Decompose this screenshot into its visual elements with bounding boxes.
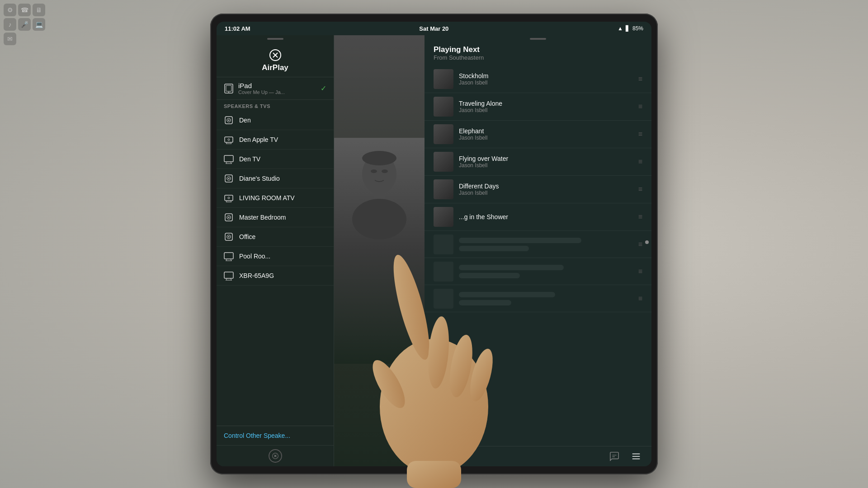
blank-thumb-3 [434, 289, 453, 309]
drag-bar [267, 38, 283, 40]
device-item-master-bedroom[interactable]: Master Bedroom [217, 208, 334, 227]
battery-percent: 85% [632, 25, 643, 32]
svg-point-42 [382, 169, 388, 173]
reorder-icon-different[interactable]: ≡ [638, 185, 642, 193]
reorder-icon-blank-3[interactable]: ≡ [638, 295, 642, 303]
dock-icon-7: ✉ [4, 33, 16, 45]
track-thumb-elephant [434, 124, 453, 144]
device-name-xbr: XBR-65A9G [239, 272, 274, 279]
dock-icons: ⚙ ☎ 🖥 ♪ 🎤 💻 ✉ [4, 4, 45, 45]
track-thumb-stockholm [434, 69, 453, 89]
device-item-pool-room[interactable]: Pool Roo... [217, 247, 334, 266]
speakers-section-label: SPEAKERS & TVS [217, 100, 334, 111]
device-name-den: Den [239, 117, 251, 124]
battery-icon: ▋ [626, 25, 630, 32]
blank-artist-3 [459, 300, 511, 305]
right-panel: Playing Next From Southeastern Stockholm… [425, 35, 651, 466]
airplay-close-button[interactable] [217, 445, 334, 466]
device-name-office: Office [239, 233, 255, 240]
tv-icon-xbr [224, 271, 234, 281]
playing-next-header: Playing Next From Southeastern [425, 42, 651, 66]
track-item-blank-2: ≡ [425, 258, 651, 285]
device-item-xbr[interactable]: XBR-65A9G [217, 266, 334, 286]
album-art-panel [334, 35, 425, 466]
track-name-flying: Flying over Water [459, 155, 634, 162]
blank-title-3 [459, 292, 555, 297]
current-device-subtitle: Cover Me Up — Ja... [238, 89, 318, 95]
svg-point-25 [228, 236, 230, 238]
dock-icon-3: 🖥 [33, 4, 45, 16]
track-name-shower: ...g in the Shower [459, 213, 634, 221]
svg-point-41 [371, 169, 377, 173]
status-time: 11:02 AM [225, 25, 250, 32]
control-other-section[interactable]: Control Other Speake... [217, 426, 334, 445]
playing-next-subtitle: From Southeastern [434, 54, 642, 61]
track-art-stockholm [434, 69, 453, 89]
queue-button[interactable] [630, 450, 642, 463]
device-item-den[interactable]: Den [217, 111, 334, 130]
track-artist-stockholm: Jason Isbell [459, 80, 634, 86]
scroll-indicator [645, 240, 649, 244]
airplay-panel: AirPlay iPad Cover Me Up — Ja... [217, 35, 334, 466]
track-art-different [434, 179, 453, 199]
device-name-den-tv: Den TV [239, 155, 260, 163]
track-art-flying [434, 152, 453, 172]
track-item-stockholm[interactable]: Stockholm Jason Isbell ≡ [425, 66, 651, 93]
svg-point-19 [228, 197, 230, 199]
track-artist-different: Jason Isbell [459, 190, 634, 196]
track-thumb-shower [434, 207, 453, 227]
reorder-icon-traveling[interactable]: ≡ [638, 103, 642, 111]
reorder-icon-shower[interactable]: ≡ [638, 213, 642, 221]
track-name-stockholm: Stockholm [459, 72, 634, 80]
playing-next-title: Playing Next [434, 45, 642, 54]
appletv-icon-den [224, 135, 234, 145]
track-thumb-flying [434, 152, 453, 172]
svg-point-43 [362, 151, 396, 165]
ipad-device-icon [224, 84, 234, 94]
close-icon[interactable] [269, 449, 282, 463]
device-item-living-room[interactable]: LIVING ROOM ATV [217, 188, 334, 208]
device-item-den-appletv[interactable]: Den Apple TV [217, 130, 334, 150]
reorder-icon-flying[interactable]: ≡ [638, 158, 642, 166]
device-item-office[interactable]: Office [217, 227, 334, 247]
device-name-master-bedroom: Master Bedroom [239, 214, 286, 221]
blank-info-2 [459, 265, 634, 278]
reorder-icon-stockholm[interactable]: ≡ [638, 75, 642, 83]
speaker-icon-office [224, 232, 234, 242]
airplay-title: AirPlay [262, 63, 288, 72]
track-thumb-different [434, 179, 453, 199]
drag-indicator [530, 38, 546, 40]
track-item-blank-3: ≡ [425, 285, 651, 312]
bottom-toolbar [425, 446, 651, 466]
current-device-item[interactable]: iPad Cover Me Up — Ja... ✓ [217, 77, 334, 100]
control-other-text[interactable]: Control Other Speake... [224, 432, 290, 439]
track-info-traveling: Traveling Alone Jason Isbell [459, 100, 634, 113]
track-info-flying: Flying over Water Jason Isbell [459, 155, 634, 169]
track-name-different: Different Days [459, 183, 634, 190]
track-item-different-days[interactable]: Different Days Jason Isbell ≡ [425, 176, 651, 203]
device-list: Den Den Apple TV [217, 111, 334, 426]
speaker-icon-dianes [224, 174, 234, 183]
track-artist-traveling: Jason Isbell [459, 107, 634, 113]
track-item-shower[interactable]: ...g in the Shower ≡ [425, 203, 651, 231]
track-item-flying-over-water[interactable]: Flying over Water Jason Isbell ≡ [425, 148, 651, 176]
wifi-icon: ▲ [618, 25, 623, 32]
lyrics-button[interactable] [608, 450, 621, 463]
device-item-dianes-studio[interactable]: Diane's Studio [217, 169, 334, 188]
blank-artist-2 [459, 273, 520, 278]
track-item-traveling-alone[interactable]: Traveling Alone Jason Isbell ≡ [425, 93, 651, 121]
reorder-icon-elephant[interactable]: ≡ [638, 130, 642, 138]
panel-drag-handle [217, 35, 334, 42]
reorder-icon-blank-1[interactable]: ≡ [638, 240, 642, 249]
track-item-elephant[interactable]: Elephant Jason Isbell ≡ [425, 121, 651, 148]
track-info-shower: ...g in the Shower [459, 213, 634, 221]
blank-info-3 [459, 292, 634, 305]
reorder-icon-blank-2[interactable]: ≡ [638, 267, 642, 276]
tv-icon-den [224, 154, 234, 164]
device-name-living-room: LIVING ROOM ATV [239, 194, 295, 202]
selected-checkmark: ✓ [321, 84, 326, 93]
blank-artist-1 [459, 246, 529, 251]
blank-thumb-1 [434, 235, 453, 254]
dock-icon-1: ⚙ [4, 4, 16, 16]
device-item-den-tv[interactable]: Den TV [217, 150, 334, 169]
